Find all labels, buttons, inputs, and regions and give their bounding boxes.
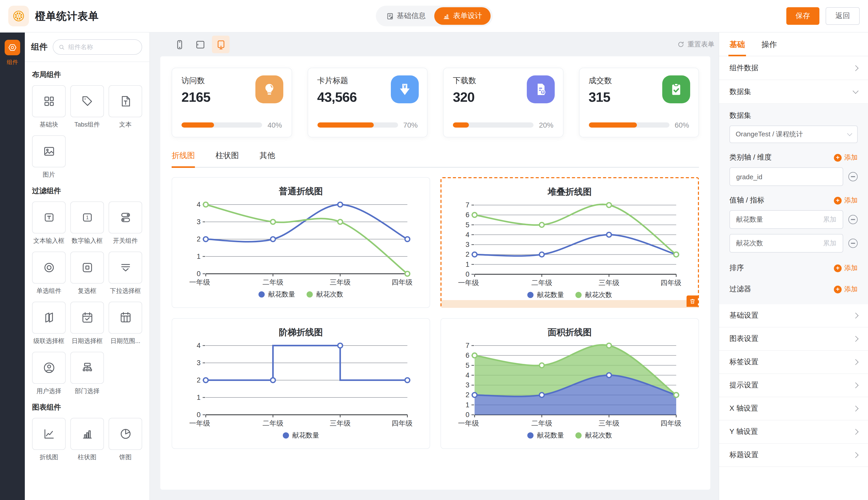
settings-row-label: 标题设置	[730, 451, 758, 460]
tab-basic-info[interactable]: 基础信息	[378, 7, 434, 25]
metric-row: 献花次数累加	[730, 234, 858, 253]
remove-metric-button[interactable]	[848, 215, 858, 224]
component-item-switch[interactable]: 开关组件	[109, 202, 142, 245]
app-logo	[8, 6, 29, 26]
stat-card[interactable]: 成交数31560%	[579, 68, 699, 137]
chart-plot: 01234567一年级二年级三年级四年级	[456, 199, 683, 290]
chart-tab-1[interactable]: 柱状图	[215, 151, 239, 168]
inspector-tab-basic[interactable]: 基础	[728, 33, 746, 56]
add-metric-button[interactable]: + 添加	[834, 196, 858, 205]
chart-widget[interactable]: 面积折线图01234567一年级二年级三年级四年级献花数量献花次数	[441, 318, 699, 449]
component-item-input-t[interactable]: 文本输入框	[32, 202, 66, 245]
settings-row-1[interactable]: 图表设置	[719, 328, 868, 351]
back-button[interactable]: 返回	[826, 7, 860, 25]
component-item-user[interactable]: 用户选择	[32, 352, 66, 396]
chart-tab-0[interactable]: 折线图	[171, 151, 195, 168]
remove-metric-button[interactable]	[848, 239, 858, 248]
metric-field[interactable]: 献花次数累加	[730, 234, 843, 253]
form-canvas[interactable]: 访问数216540%卡片标题43,566¥70%下载数32020%成交数3156…	[160, 56, 710, 490]
remove-dimension-button[interactable]	[848, 172, 858, 181]
svg-text:1: 1	[466, 401, 469, 409]
chart-tab-2[interactable]: 其他	[259, 151, 275, 168]
add-filter-button[interactable]: + 添加	[834, 285, 858, 294]
org-icon	[80, 361, 94, 374]
progress-percent: 70%	[403, 121, 418, 129]
chart-slot-selected[interactable]: 堆叠折线图01234567一年级二年级三年级四年级献花数量献花次数	[441, 177, 699, 308]
chevron-right-icon	[853, 313, 859, 319]
component-item-bar-chart[interactable]: 柱状图	[70, 418, 104, 462]
component-item-cascade[interactable]: 级联选择框	[32, 302, 66, 345]
design-canvas-area: 重置表单 访问数216540%卡片标题43,566¥70%下载数32020%成交…	[150, 33, 719, 500]
dataset-select[interactable]: OrangeTest / 课程统计	[730, 126, 858, 143]
charts-grid: 普通折线图01234一年级二年级三年级四年级献花数量献花次数堆叠折线图01234…	[171, 177, 699, 449]
rail-item-components-label: 组件	[7, 58, 18, 66]
tab-form-design[interactable]: 表单设计	[434, 7, 490, 25]
settings-row-6[interactable]: 标题设置	[719, 444, 868, 467]
chart-legend: 献花数量献花次数	[442, 290, 698, 299]
chart-slot[interactable]: 普通折线图01234一年级二年级三年级四年级献花数量献花次数	[171, 177, 430, 308]
component-data-row[interactable]: 组件数据	[719, 56, 868, 80]
svg-text:一年级: 一年级	[189, 279, 210, 286]
dataset-field-label: 数据集	[730, 111, 858, 120]
delete-widget-button[interactable]	[687, 295, 698, 307]
chart-bars-icon	[442, 12, 450, 20]
inspector-tab-actions[interactable]: 操作	[760, 33, 778, 56]
chart-widget[interactable]: 普通折线图01234一年级二年级三年级四年级献花数量献花次数	[171, 177, 430, 308]
add-sort-button[interactable]: + 添加	[834, 263, 858, 273]
stat-card-progress: 40%	[181, 121, 282, 129]
component-item-org[interactable]: 部门选择	[70, 352, 104, 396]
svg-text:二年级: 二年级	[263, 419, 283, 427]
desktop-icon	[215, 39, 226, 50]
date-icon	[80, 311, 94, 325]
component-item-radio[interactable]: 单选组件	[32, 252, 66, 295]
settings-row-label: 提示设置	[730, 381, 758, 390]
legend-label: 献花数量	[292, 431, 319, 440]
settings-row-4[interactable]: X 轴设置	[719, 397, 868, 420]
device-desktop-button[interactable]	[212, 36, 230, 53]
mobile-icon	[174, 39, 185, 50]
legend-marker	[307, 291, 313, 297]
device-tablet-button[interactable]	[191, 36, 209, 53]
component-item-date[interactable]: 日期选择框	[70, 302, 104, 345]
reset-form-button[interactable]: 重置表单	[677, 40, 714, 49]
component-item-input-1[interactable]: 1数字输入框	[70, 202, 104, 245]
svg-text:5: 5	[466, 221, 469, 229]
component-search[interactable]	[53, 39, 142, 55]
chevron-right-icon	[853, 429, 859, 435]
add-dimension-button[interactable]: + 添加	[834, 153, 858, 162]
settings-row-2[interactable]: 标签设置	[719, 351, 868, 374]
settings-row-5[interactable]: Y 轴设置	[719, 420, 868, 444]
component-item-line-chart[interactable]: 折线图	[32, 418, 66, 462]
save-button[interactable]: 保存	[786, 7, 820, 25]
component-item-checkbox[interactable]: 复选框	[70, 252, 104, 295]
chart-widget[interactable]: 堆叠折线图01234567一年级二年级三年级四年级献花数量献花次数	[442, 178, 698, 300]
device-mobile-button[interactable]	[170, 36, 188, 53]
chart-widget[interactable]: 阶梯折线图01234一年级二年级三年级四年级献花数量	[171, 318, 430, 449]
stat-card[interactable]: 下载数32020%	[443, 68, 563, 137]
settings-row-0[interactable]: 基础设置	[719, 304, 868, 328]
component-item-image[interactable]: 图片	[32, 135, 66, 179]
chart-slot[interactable]: 阶梯折线图01234一年级二年级三年级四年级献花数量	[171, 318, 430, 449]
component-item-select[interactable]: 下拉选择框	[109, 252, 142, 295]
settings-row-3[interactable]: 提示设置	[719, 374, 868, 397]
stat-card[interactable]: 卡片标题43,566¥70%	[307, 68, 427, 137]
component-item-daterange[interactable]: 日期范围...	[109, 302, 142, 345]
form-info-icon	[386, 12, 394, 20]
grid-icon	[42, 94, 56, 108]
rail-item-components[interactable]	[5, 40, 20, 55]
stat-card-progress: 70%	[317, 121, 418, 129]
svg-text:三年级: 三年级	[599, 419, 620, 427]
component-item-doc-t[interactable]: 文本	[109, 85, 142, 129]
search-input[interactable]	[68, 43, 136, 50]
component-item-tag[interactable]: Tabs组件	[70, 85, 104, 129]
component-item-pie-chart[interactable]: 饼图	[109, 418, 142, 462]
svg-text:3: 3	[197, 218, 201, 226]
metric-field[interactable]: 献花数量累加	[730, 210, 843, 229]
component-item-grid[interactable]: 基础块	[32, 85, 66, 129]
search-icon	[58, 44, 65, 50]
svg-text:3: 3	[197, 359, 201, 367]
stat-card[interactable]: 访问数216540%	[171, 68, 292, 137]
dimension-field[interactable]: grade_id	[730, 167, 843, 186]
chart-slot[interactable]: 面积折线图01234567一年级二年级三年级四年级献花数量献花次数	[441, 318, 699, 449]
dataset-section-row[interactable]: 数据集	[719, 80, 868, 104]
